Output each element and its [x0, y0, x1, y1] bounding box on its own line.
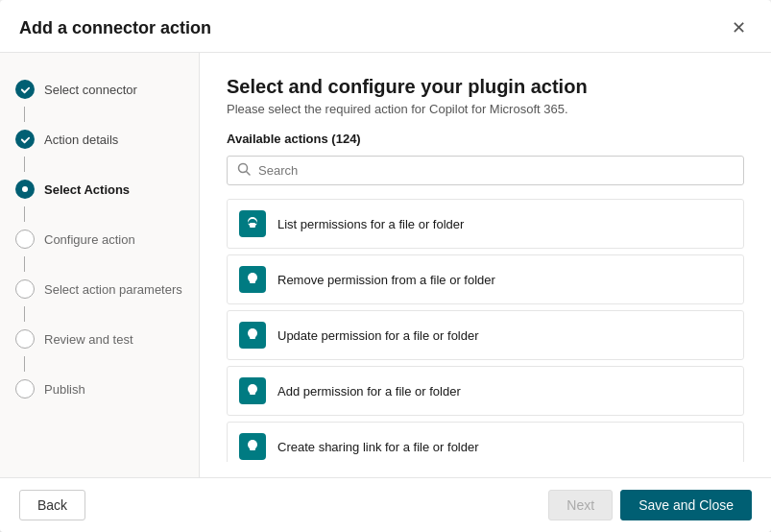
available-label: Available actions (124): [227, 132, 744, 146]
sidebar-item-publish: Publish: [0, 372, 199, 406]
sidebar-item-select-connector: Select connector: [0, 72, 199, 107]
connector-5: [24, 306, 25, 322]
step-circle-select-connector: [15, 80, 35, 99]
step-circle-select-action-parameters: [15, 279, 35, 299]
action-icon-5: [239, 433, 266, 460]
action-text-3: Update permission for a file or folder: [277, 328, 479, 343]
search-icon: [237, 162, 251, 179]
step-label-select-action-parameters: Select action parameters: [44, 282, 182, 297]
step-label-configure-action: Configure action: [44, 232, 135, 247]
list-item[interactable]: Remove permission from a file or folder: [227, 254, 744, 304]
connector-6: [24, 356, 25, 372]
svg-rect-6: [250, 390, 255, 395]
sidebar-item-configure-action: Configure action: [0, 222, 199, 256]
connector-4: [24, 256, 25, 272]
svg-rect-7: [250, 446, 255, 450]
actions-list: List permissions for a file or folder Re…: [227, 199, 744, 462]
step-label-select-actions: Select Actions: [44, 182, 130, 197]
action-icon-1: [239, 210, 266, 237]
save-and-close-button[interactable]: Save and Close: [620, 490, 752, 520]
step-circle-configure-action: [15, 230, 35, 249]
connector-3: [24, 206, 25, 222]
next-button[interactable]: Next: [548, 490, 613, 520]
sidebar-item-action-details: Action details: [0, 122, 199, 157]
modal-body: Select connector Action details Select A…: [0, 53, 771, 477]
sidebar-item-review-and-test: Review and test: [0, 322, 199, 356]
list-item[interactable]: Add permission for a file or folder: [227, 366, 744, 416]
connector-2: [24, 157, 25, 172]
action-text-2: Remove permission from a file or folder: [277, 273, 495, 287]
content-area: Select and configure your plugin action …: [200, 53, 771, 477]
search-box: [227, 156, 744, 185]
modal: Add a connector action ✕ Select connecto…: [0, 0, 771, 532]
modal-footer: Back Next Save and Close: [0, 477, 771, 532]
action-text-1: List permissions for a file or folder: [277, 217, 464, 231]
svg-point-0: [22, 186, 28, 192]
content-title: Select and configure your plugin action: [227, 76, 744, 98]
step-circle-select-actions: [15, 180, 35, 199]
list-item[interactable]: Create sharing link for a file or folder: [227, 422, 744, 462]
step-label-select-connector: Select connector: [44, 83, 137, 97]
svg-rect-5: [250, 334, 255, 339]
main-content: Select and configure your plugin action …: [200, 53, 771, 477]
svg-rect-3: [250, 223, 255, 228]
sidebar-item-select-action-parameters: Select action parameters: [0, 272, 199, 306]
step-circle-review-and-test: [15, 329, 35, 349]
step-circle-action-details: [15, 130, 35, 149]
footer-left: Back: [19, 490, 85, 520]
sidebar: Select connector Action details Select A…: [0, 53, 200, 477]
action-text-4: Add permission for a file or folder: [277, 384, 461, 399]
step-label-publish: Publish: [44, 382, 85, 397]
search-input[interactable]: [258, 163, 734, 178]
modal-header: Add a connector action ✕: [0, 0, 771, 53]
step-circle-publish: [15, 379, 35, 399]
back-button[interactable]: Back: [19, 490, 85, 520]
modal-title: Add a connector action: [19, 18, 211, 38]
connector-1: [24, 107, 25, 122]
sidebar-item-select-actions: Select Actions: [0, 172, 199, 206]
close-button[interactable]: ✕: [726, 15, 752, 40]
action-icon-3: [239, 322, 266, 349]
action-icon-2: [239, 266, 266, 293]
svg-line-2: [247, 172, 251, 176]
footer-right: Next Save and Close: [548, 490, 752, 520]
step-label-review-and-test: Review and test: [44, 332, 133, 347]
action-text-5: Create sharing link for a file or folder: [277, 440, 479, 454]
list-item[interactable]: List permissions for a file or folder: [227, 199, 744, 249]
step-label-action-details: Action details: [44, 133, 118, 147]
list-item[interactable]: Update permission for a file or folder: [227, 310, 744, 360]
action-icon-4: [239, 377, 266, 404]
svg-rect-4: [250, 278, 255, 283]
content-subtitle: Please select the required action for Co…: [227, 102, 744, 116]
